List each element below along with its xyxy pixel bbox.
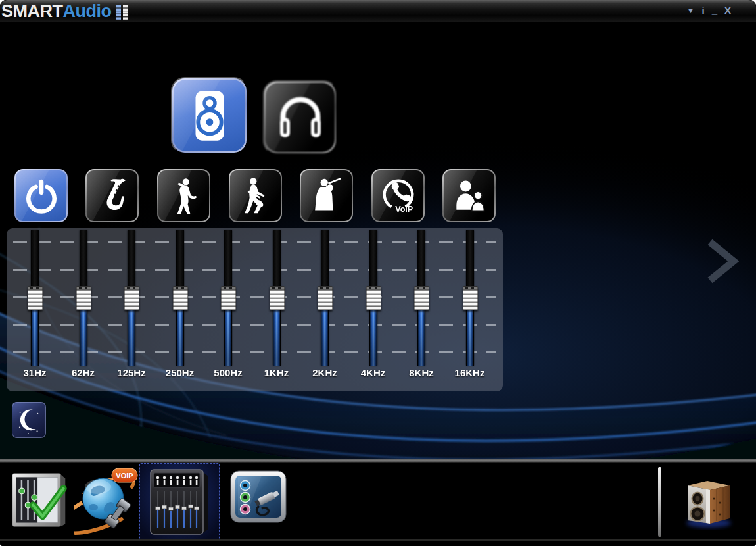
audio-jacks-icon <box>229 469 289 527</box>
dock: VOIP <box>0 463 756 546</box>
wood-speaker-icon <box>680 472 738 530</box>
eq-band-label: 250Hz <box>156 367 204 378</box>
eq-band: 250Hz <box>156 228 204 391</box>
brand-smart: SMART <box>1 1 63 22</box>
eq-band: 16KHz <box>446 228 494 391</box>
window-controls: ▼ i _ X <box>687 4 731 17</box>
eq-slider-handle[interactable] <box>28 286 43 310</box>
mixer-checkmark-icon <box>9 468 69 530</box>
brand-audio: Audio <box>63 1 112 22</box>
eq-band: 4KHz <box>349 228 398 391</box>
chevron-right-icon <box>705 238 739 284</box>
info-button[interactable]: i <box>701 4 704 17</box>
eq-band-label: 62Hz <box>59 367 108 378</box>
night-mode-button[interactable] <box>12 402 46 438</box>
menu-dropdown-icon[interactable]: ▼ <box>687 4 695 17</box>
eq-slider-handle[interactable] <box>366 286 381 310</box>
eq-slider-handle[interactable] <box>221 286 236 310</box>
speaker-icon <box>174 80 245 151</box>
dock-item-voip-settings[interactable]: VOIP <box>74 466 140 535</box>
next-page-button[interactable] <box>705 238 739 284</box>
eq-slider-handle[interactable] <box>173 286 188 310</box>
svg-text:VOIP: VOIP <box>116 472 133 480</box>
equalizer-panel: 31Hz 62Hz 125Hz 250Hz 500Hz 1KHz <box>7 228 503 391</box>
preset-voice[interactable] <box>442 169 496 222</box>
eq-slider-fill <box>80 307 87 366</box>
equalizer-rack-icon <box>147 467 212 537</box>
rock-guitarist-icon <box>230 170 281 221</box>
eq-slider-fill <box>177 307 183 366</box>
power-icon <box>16 170 66 221</box>
people-icon <box>444 170 494 221</box>
dock-bottom-line <box>0 539 756 541</box>
eq-slider-fill <box>225 307 231 366</box>
eq-band: 500Hz <box>204 228 252 391</box>
headphones-icon <box>266 83 335 152</box>
svg-text:VoIP: VoIP <box>395 205 413 214</box>
eq-band: 8KHz <box>397 228 446 391</box>
eq-band: 62Hz <box>59 228 108 391</box>
eq-slider-fill <box>321 307 328 366</box>
speakers-button[interactable] <box>171 77 248 154</box>
eq-band-label: 16KHz <box>446 367 494 378</box>
eq-slider-handle[interactable] <box>463 286 478 310</box>
eq-slider-handle[interactable] <box>270 286 285 310</box>
eq-slider-fill <box>128 307 135 366</box>
eq-band-label: 4KHz <box>349 367 398 378</box>
eq-slider-fill <box>273 307 280 366</box>
app-logo: SMARTAudio <box>1 0 130 22</box>
close-button[interactable]: X <box>724 4 731 17</box>
preset-default-power[interactable] <box>14 169 68 222</box>
headphones-button[interactable] <box>263 80 337 155</box>
dock-top-border <box>0 459 756 463</box>
equalizer-bars-icon <box>114 4 130 20</box>
titlebar: SMARTAudio ▼ i _ X <box>0 0 756 22</box>
saxophone-icon <box>87 170 137 221</box>
playback-device-button[interactable] <box>680 472 738 530</box>
minimize-button[interactable]: _ <box>712 4 717 17</box>
preset-pop[interactable] <box>157 169 210 222</box>
eq-slider-handle[interactable] <box>414 286 429 310</box>
violinist-icon <box>301 170 352 221</box>
eq-slider-fill <box>467 307 473 366</box>
preset-jazz[interactable] <box>85 169 139 222</box>
eq-slider-handle[interactable] <box>124 286 139 310</box>
preset-rock[interactable] <box>229 169 282 222</box>
eq-band-label: 125Hz <box>107 367 156 378</box>
globe-voip-icon: VOIP <box>74 466 140 535</box>
dock-item-volume-mixer[interactable] <box>9 468 69 530</box>
eq-band: 31Hz <box>11 228 59 391</box>
smartaudio-window: SMARTAudio ▼ i _ X <box>0 0 756 546</box>
dock-item-connectors[interactable] <box>229 469 289 527</box>
eq-slider-handle[interactable] <box>76 286 91 310</box>
dock-separator <box>658 467 661 537</box>
pop-singer-icon <box>158 170 209 221</box>
voip-phone-icon: VoIP <box>373 170 423 221</box>
eq-band-label: 1KHz <box>252 367 301 378</box>
eq-band-label: 2KHz <box>300 367 349 378</box>
eq-band-label: 8KHz <box>397 367 446 378</box>
eq-slider-fill <box>418 307 425 366</box>
eq-slider-fill <box>32 307 38 366</box>
eq-slider-fill <box>370 307 377 366</box>
preset-classical[interactable] <box>300 169 353 222</box>
eq-band-label: 31Hz <box>11 367 59 378</box>
preset-voip[interactable]: VoIP <box>371 169 425 222</box>
eq-band-label: 500Hz <box>204 367 252 378</box>
eq-band: 125Hz <box>107 228 156 391</box>
moon-icon <box>14 405 43 435</box>
eq-band: 1KHz <box>252 228 301 391</box>
eq-slider-handle[interactable] <box>318 286 333 310</box>
eq-band: 2KHz <box>300 228 349 391</box>
dock-item-equalizer[interactable] <box>147 467 212 537</box>
